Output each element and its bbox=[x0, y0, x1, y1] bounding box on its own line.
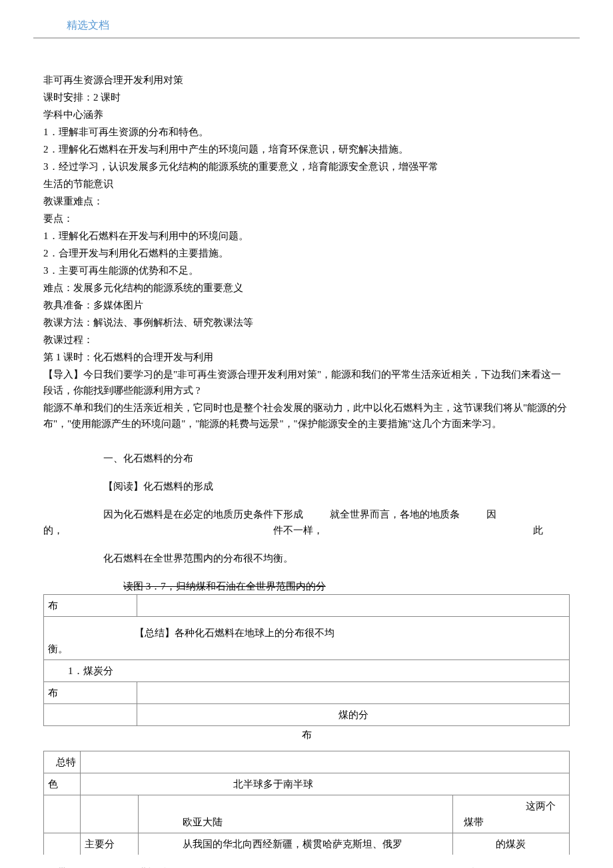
t2-r2c4-b: 煤带 bbox=[457, 814, 556, 830]
t2-r3c2: 主要分 bbox=[80, 833, 139, 855]
t2-tail-c3: 储量 bbox=[423, 865, 530, 868]
t2-r1c1-top: 总特 bbox=[48, 754, 76, 770]
objective-1: 1．理解非可再生资源的分布和特色。 bbox=[43, 124, 570, 140]
objective-2: 2．理解化石燃料在开发与利用中产生的环境问题，培育环保意识，研究解决措施。 bbox=[43, 141, 570, 157]
t2-r2c4: 这两个 煤带 bbox=[452, 795, 569, 833]
t2-r2c3-text: 欧亚大陆 bbox=[143, 802, 448, 830]
t2-r3c3-text: 从我国的华北向西经新疆，横贯哈萨克斯坦、俄罗 bbox=[143, 836, 448, 852]
difficulty: 难点：发展多元化结构的能源系统的重要意义 bbox=[43, 280, 570, 296]
table-summary: 布 【总结】各种化石燃料在地球上的分布很不均 衡。 1．煤炭分 布 bbox=[43, 594, 570, 726]
lesson-1: 第 1 课时：化石燃料的合理开发与利用 bbox=[43, 349, 570, 365]
section-1: 一、化石燃料的分布 【阅读】化石燃料的形成 因为化石燃料是在必定的地质历史条件下… bbox=[103, 450, 543, 566]
document-body: 非可再生资源合理开发利用对策 课时安排：2 课时 学科中心涵养 1．理解非可再生… bbox=[33, 72, 580, 868]
coal-title: 煤的分 bbox=[141, 707, 565, 723]
table-coal-distribution: 总特 色 北半球多于南半球 欧亚大陆 这两个 煤带 bbox=[43, 751, 570, 855]
t1-r2-tail: 衡。 bbox=[48, 641, 565, 657]
keypoint-1: 1．理解化石燃料在开发与利用中的环境问题。 bbox=[43, 228, 570, 244]
keypoints-heading: 教课重难点： bbox=[43, 193, 570, 209]
t1-r4c1: 布 bbox=[44, 681, 137, 703]
t2-r1bc2: 北半球多于南半球 bbox=[80, 773, 569, 795]
para1-mid: 就全世界而言，各地的地质条 bbox=[330, 506, 460, 522]
t2-tail-c1: 布带 bbox=[43, 865, 83, 868]
t1-r3: 1．煤炭分 bbox=[44, 659, 570, 681]
t1-r2-text: 【总结】各种化石燃料在地球上的分布很不均 bbox=[48, 625, 565, 641]
t1-r5c1 bbox=[44, 703, 137, 725]
objective-3: 3．经过学习，认识发展多元化结构的能源系统的重要意义，培育能源安全意识，增强平常 bbox=[43, 159, 570, 175]
t1-r4c2 bbox=[137, 681, 570, 703]
materials: 教具准备：多媒体图片 bbox=[43, 297, 570, 313]
keypoint-3: 3．主要可再生能源的优势和不足。 bbox=[43, 262, 570, 278]
t2-r3c1 bbox=[44, 833, 81, 855]
keypoint-2: 2．合理开发与利用化石燃料的主要措施。 bbox=[43, 245, 570, 261]
t1-r1c2 bbox=[137, 594, 570, 616]
intro-2: 能源不单和我们的生活亲近相关，它同时也是整个社会发展的驱动力，此中以化石燃料为主… bbox=[43, 400, 570, 432]
para-formation: 因为化石燃料是在必定的地质历史条件下形成 就全世界而言，各地的地质条 因 的， … bbox=[103, 506, 543, 538]
t2-r2c2 bbox=[80, 795, 139, 833]
schedule: 课时安排：2 课时 bbox=[43, 89, 570, 105]
para1b-right: 此 bbox=[533, 522, 543, 538]
t2-r1c2 bbox=[80, 751, 569, 773]
t2-tail-c2: 斯、乌 bbox=[137, 865, 423, 868]
read-figure: 读图 3．7，归纳煤和石油在全世界范围内的分 bbox=[123, 578, 570, 594]
doc-title: 非可再生资源合理开发利用对策 bbox=[43, 72, 570, 88]
t2-r2c1 bbox=[44, 795, 81, 833]
t2-tail-row: 布带 斯、乌 储量 bbox=[43, 865, 570, 868]
t2-r3c4-text: 的煤炭 bbox=[496, 839, 526, 849]
para-distribution: 化石燃料在全世界范围内的分布很不均衡。 bbox=[103, 550, 543, 566]
objective-3b: 生活的节能意识 bbox=[43, 176, 570, 192]
header-label: 精选文档 bbox=[33, 13, 580, 39]
t1-r2: 【总结】各种化石燃料在地球上的分布很不均 衡。 bbox=[44, 616, 570, 659]
methods: 教课方法：解说法、事例解析法、研究教课法等 bbox=[43, 314, 570, 330]
section-1-heading: 一、化石燃料的分布 bbox=[103, 450, 543, 466]
t1-r3-text: 1．煤炭分 bbox=[48, 663, 565, 679]
para1b-mid: 件不一样， bbox=[273, 522, 323, 538]
para1b-left: 的， bbox=[43, 522, 63, 538]
t2-r2c4-a: 这两个 bbox=[457, 798, 556, 814]
para1-right: 因 bbox=[486, 506, 496, 522]
coal-sub: 布 bbox=[43, 727, 570, 743]
header-text: 精选文档 bbox=[67, 19, 109, 31]
intro-1: 【导入】今日我们要学习的是"非可再生资源合理开发利用对策"，能源和我们的平常生活… bbox=[43, 366, 570, 398]
t2-r1bc2-text: 北半球多于南半球 bbox=[233, 779, 313, 789]
section-1-reading: 【阅读】化石燃料的形成 bbox=[103, 478, 543, 494]
t2-r2c3: 欧亚大陆 bbox=[139, 795, 452, 833]
subject-heading: 学科中心涵养 bbox=[43, 107, 570, 123]
process-heading: 教课过程： bbox=[43, 332, 570, 348]
t2-r3c3: 从我国的华北向西经新疆，横贯哈萨克斯坦、俄罗 bbox=[139, 833, 452, 855]
para1-left: 因为化石燃料是在必定的地质历史条件下形成 bbox=[103, 506, 303, 522]
t2-r1bc1: 色 bbox=[44, 773, 81, 795]
t1-r5c2: 煤的分 bbox=[137, 703, 570, 725]
t2-r1c1: 总特 bbox=[44, 751, 81, 773]
t2-r3c4: 的煤炭 bbox=[452, 833, 569, 855]
t1-r1c1: 布 bbox=[44, 594, 137, 616]
key-label: 要点： bbox=[43, 211, 570, 226]
